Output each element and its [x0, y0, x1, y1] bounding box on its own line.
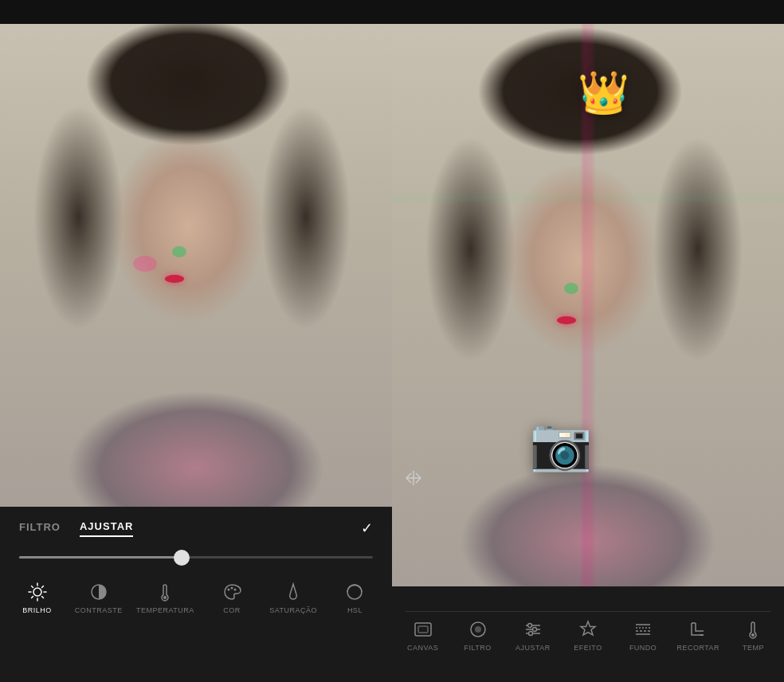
hsl-label: HSL	[347, 606, 363, 614]
crown-sticker[interactable]: 👑	[578, 69, 629, 117]
left-image-area	[0, 24, 392, 507]
svg-point-28	[532, 627, 536, 631]
recortar-icon	[687, 618, 709, 641]
fundo-label: FUNDO	[629, 644, 657, 652]
slider-track[interactable]	[19, 556, 373, 559]
svg-line-9	[41, 597, 43, 598]
temp-right-label: TEMP	[743, 644, 764, 652]
filtro-right-label: FILTRO	[465, 644, 492, 652]
right-panel: 👑 📷	[392, 0, 784, 682]
tool-temperatura[interactable]: TEMPERATURA	[136, 581, 194, 614]
contraste-label: CONTRASTE	[75, 606, 123, 614]
tool-contraste[interactable]: CONTRASTE	[75, 581, 123, 614]
right-image-area: 👑 📷	[392, 24, 784, 586]
face-sim	[0, 24, 392, 507]
left-photo	[0, 24, 392, 507]
right-header	[392, 0, 784, 24]
saturacao-label: SATURAÇÃO	[269, 606, 317, 614]
temp-right-icon	[742, 618, 764, 641]
filtro-icon	[467, 618, 489, 641]
slider-fill	[19, 556, 182, 559]
tool-saturacao[interactable]: SATURAÇÃO	[269, 581, 317, 614]
ajustar-tab[interactable]: AJUSTAR	[80, 520, 133, 537]
svg-rect-20	[415, 623, 431, 636]
svg-line-8	[31, 586, 33, 588]
left-panel: ↺ FILTRO AJUSTAR ✓	[0, 0, 392, 682]
recortar-label: RECORTAR	[676, 644, 719, 652]
tool-canvas[interactable]: CANVAS	[399, 618, 447, 652]
right-photo: 👑 📷	[392, 24, 784, 586]
tool-fundo[interactable]: FUNDO	[619, 618, 667, 652]
temperatura-label: TEMPERATURA	[136, 606, 194, 614]
filtro-tab[interactable]: FILTRO	[19, 521, 61, 536]
contraste-icon	[88, 581, 110, 603]
efeito-icon	[577, 618, 599, 641]
saturacao-icon	[282, 581, 304, 603]
camera-icon: 📷	[529, 415, 593, 472]
confirm-button[interactable]: ✓	[361, 519, 373, 537]
svg-point-3	[33, 588, 41, 596]
svg-marker-30	[581, 621, 595, 635]
efeito-label: EFEITO	[574, 644, 602, 652]
tool-temp-right[interactable]: TEMP	[729, 618, 777, 652]
ajustar-icon	[522, 618, 544, 641]
right-bottom: CANVAS FILTRO	[392, 586, 784, 682]
lips-accent	[165, 275, 184, 283]
left-bottom: FILTRO AJUSTAR ✓	[0, 507, 392, 682]
tool-efeito[interactable]: EFEITO	[564, 618, 612, 652]
svg-line-10	[41, 586, 43, 588]
glitch-pink	[133, 256, 157, 272]
tool-filtro-right[interactable]: FILTRO	[454, 618, 502, 652]
svg-line-11	[31, 597, 33, 598]
left-header	[0, 0, 392, 24]
tool-recortar[interactable]: RECORTAR	[674, 618, 722, 652]
tool-hsl[interactable]: HSL	[331, 581, 378, 614]
fundo-icon	[632, 618, 654, 641]
svg-point-16	[234, 589, 237, 591]
brilho-icon	[26, 581, 49, 603]
cor-label: COR	[223, 606, 241, 614]
tool-brilho[interactable]: BRILHO	[14, 581, 61, 614]
cor-icon	[221, 581, 243, 603]
svg-point-13	[163, 596, 167, 599]
tool-ajustar-right[interactable]: AJUSTAR	[509, 618, 557, 652]
brilho-label: BRILHO	[22, 606, 52, 614]
svg-rect-21	[418, 626, 428, 633]
svg-point-15	[231, 587, 233, 590]
svg-point-14	[228, 589, 230, 591]
camera-sticker[interactable]: 📷	[529, 414, 593, 474]
slider-thumb[interactable]	[174, 550, 190, 566]
expand-icon[interactable]	[405, 469, 422, 491]
tool-bar-left: BRILHO CONTRASTE	[0, 571, 392, 621]
tool-bar-right: CANVAS FILTRO	[392, 612, 784, 658]
filter-tabs: FILTRO AJUSTAR ✓	[0, 507, 392, 543]
hsl-icon	[343, 581, 366, 603]
svg-point-29	[528, 631, 532, 635]
right-lips	[557, 316, 576, 324]
tool-cor[interactable]: COR	[208, 581, 256, 614]
svg-point-37	[751, 633, 755, 637]
slider-container	[0, 543, 392, 571]
svg-point-23	[475, 626, 481, 633]
canvas-icon	[412, 618, 434, 641]
temperatura-icon	[154, 581, 176, 603]
ajustar-right-label: AJUSTAR	[515, 644, 551, 652]
canvas-label: CANVAS	[407, 644, 438, 652]
svg-point-27	[527, 623, 531, 627]
